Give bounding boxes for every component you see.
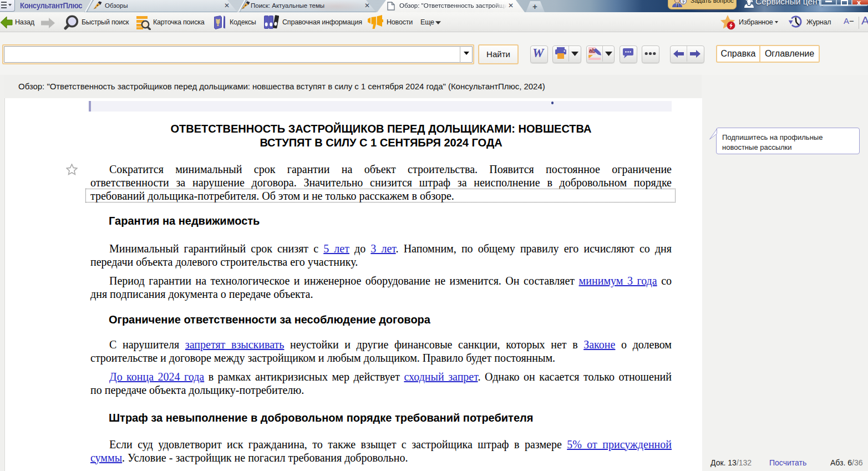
svg-text:?: ? — [682, 0, 685, 4]
